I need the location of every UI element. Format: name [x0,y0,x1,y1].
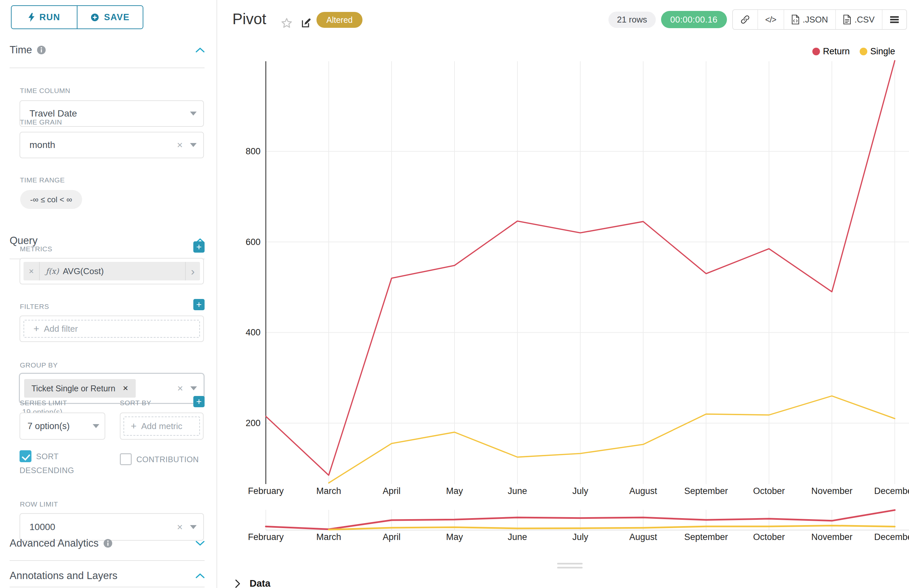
divider [10,587,205,587]
legend-label: Return [823,46,850,57]
save-button-label: SAVE [104,12,130,23]
y-axis-label: 800 [245,146,260,156]
edit-icon[interactable] [300,17,312,29]
view-query-button[interactable]: </> [757,10,783,29]
csv-file-icon [843,15,851,24]
mini-x-axis-label: October [753,532,785,542]
group-by-tag[interactable]: Ticket Single or Return ✕ [24,379,136,397]
chevron-down-icon [190,111,197,116]
export-json-button[interactable]: .JSON [783,10,836,29]
mini-x-axis-label: July [572,532,589,542]
altered-badge[interactable]: Altered [316,12,362,28]
favorite-star-icon[interactable] [281,17,292,29]
x-axis-label: March [316,486,341,496]
time-range-value: -∞ ≤ col < ∞ [30,195,72,204]
x-axis-label: February [248,486,284,496]
metric-pill[interactable]: × ƒ(x) AVG(Cost) › [24,262,200,280]
group-by-tag-label: Ticket Single or Return [31,384,115,393]
altered-badge-label: Altered [326,15,352,25]
x-axis-label: October [753,486,785,496]
legend-dot [812,48,820,55]
x-axis-label: August [629,486,657,496]
mini-chart-line-single [329,525,895,530]
chart-line-single [329,396,895,483]
mini-x-axis-label: April [383,532,400,542]
sort-by-label: SORT BY [120,399,151,407]
time-grain-value: month [29,140,177,150]
annotations-header[interactable]: Annotations and Layers [10,569,205,583]
add-filter-dropzone[interactable]: + Add filter [24,320,200,338]
clear-icon[interactable]: × [177,522,183,532]
share-link-button[interactable] [733,10,757,29]
code-icon: </> [765,15,776,24]
row-limit-value: 10000 [29,522,177,532]
header-actions: 21 rows 00:00:00.16 </> [609,9,907,30]
add-sort-metric-dropzone[interactable]: + Add metric [123,417,200,436]
add-sort-metric-button[interactable]: + [193,396,205,407]
run-save-button-group: RUN SAVE [11,5,143,29]
link-icon [740,15,750,24]
chevron-right-icon[interactable]: › [185,262,200,280]
chevron-down-icon [191,386,197,390]
export-csv-button[interactable]: .CSV [835,10,882,29]
mini-x-axis-label: March [316,532,341,542]
data-panel-toggle[interactable]: Data [234,578,270,588]
series-limit-select[interactable]: 7 option(s) [19,412,105,440]
divider [10,560,205,561]
run-button[interactable]: RUN [11,6,77,29]
add-filter-button[interactable]: + [193,299,205,310]
query-timer-label: 00:00:00.16 [670,15,718,25]
sort-descending-checkbox[interactable] [19,450,31,462]
legend-item-single[interactable]: Single [860,46,895,57]
time-range-label: TIME RANGE [20,176,65,184]
legend-dot [860,48,867,55]
info-icon[interactable] [103,539,113,548]
run-button-label: RUN [39,12,60,23]
x-axis-label: June [508,486,527,496]
panel-resize-handle[interactable] [557,563,583,571]
add-filter-placeholder: Add filter [44,324,78,334]
x-axis-label: July [572,486,589,496]
add-metric-button[interactable]: + [193,241,205,253]
chevron-up-icon[interactable] [195,47,205,53]
time-range-pill[interactable]: -∞ ≤ col < ∞ [20,190,82,209]
remove-tag-icon[interactable]: ✕ [123,384,128,393]
legend-item-return[interactable]: Return [812,46,850,57]
chart-legend: Return Single [812,46,895,57]
export-toolbar: </> .JSON .CSV [732,9,907,30]
remove-metric-icon[interactable]: × [24,262,40,280]
annotations-title: Annotations and Layers [10,570,118,582]
y-axis-label: 600 [245,237,260,247]
chevron-up-icon[interactable] [195,573,205,578]
x-axis-label: April [383,486,400,496]
x-axis-label: December [874,486,909,496]
advanced-analytics-header[interactable]: Advanced Analytics [10,536,205,550]
fx-icon: ƒ(x) [46,267,58,275]
time-section-header[interactable]: Time [10,43,205,57]
chevron-down-icon[interactable] [195,541,205,546]
group-by-label: GROUP BY [20,361,58,369]
lightning-icon [28,13,35,22]
row-count-badge: 21 rows [609,11,656,28]
mini-x-axis-label: December [874,532,909,542]
clear-icon[interactable]: × [177,140,183,150]
clear-icon[interactable]: × [177,383,183,393]
menu-button[interactable] [882,10,906,29]
time-grain-select[interactable]: month × [19,132,204,158]
plus-icon: + [131,420,137,432]
chevron-down-icon [190,143,197,147]
x-axis-label: May [446,486,463,496]
json-file-icon [791,15,799,24]
info-icon[interactable] [37,45,46,55]
divider [10,68,205,68]
mini-x-axis-label: September [684,532,728,542]
export-csv-label: .CSV [854,15,875,25]
series-limit-label: SERIES LIMIT [20,399,67,407]
contribution-checkbox[interactable] [120,453,132,465]
add-metric-placeholder: Add metric [141,421,182,431]
mini-x-axis-label: June [508,532,527,542]
x-axis-label: November [811,486,853,496]
mini-x-axis-label: May [446,532,463,542]
save-button[interactable]: SAVE [77,6,143,29]
mini-chart-line-return [266,510,895,530]
